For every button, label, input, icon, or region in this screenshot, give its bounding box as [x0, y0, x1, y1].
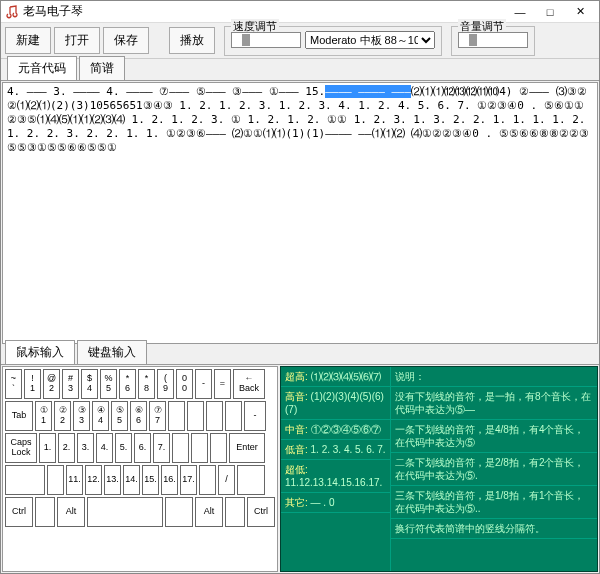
key[interactable] — [172, 433, 189, 463]
help-text: 二条下划线的音符，是2/8拍，有2个音长，在代码中表达为⑤. — [391, 453, 597, 486]
maximize-button[interactable]: □ — [535, 2, 565, 22]
key[interactable]: CapsLock — [5, 433, 37, 463]
key[interactable]: 2. — [58, 433, 75, 463]
key[interactable] — [87, 497, 163, 527]
key[interactable]: 3. — [77, 433, 94, 463]
key[interactable]: ②2 — [54, 401, 71, 431]
key[interactable] — [168, 401, 185, 431]
volume-group: 音量调节 — [451, 26, 535, 56]
key[interactable]: - — [244, 401, 266, 431]
help-text: 没有下划线的音符，是一拍，有8个音长，在代码中表达为⑤— — [391, 387, 597, 420]
key[interactable]: ④4 — [92, 401, 109, 431]
close-button[interactable]: ✕ — [565, 2, 595, 22]
key[interactable]: (9 — [157, 369, 174, 399]
key[interactable] — [165, 497, 193, 527]
key[interactable]: / — [218, 465, 235, 495]
tab-keyboard-input[interactable]: 键盘输入 — [77, 340, 147, 364]
key[interactable]: 6. — [134, 433, 151, 463]
volume-slider[interactable] — [458, 32, 528, 48]
key[interactable]: Tab — [5, 401, 33, 431]
help-row: 其它: — . 0 — [281, 493, 390, 513]
key[interactable]: Alt — [195, 497, 223, 527]
key[interactable]: 17. — [180, 465, 197, 495]
speed-group: 速度调节 Moderato 中板 88～104拍/分 — [224, 26, 442, 56]
speed-slider[interactable] — [231, 32, 301, 48]
help-panel: 超高: ⑴⑵⑶⑷⑸⑹⑺高音: (1)(2)(3)(4)(5)(6)(7)中音: … — [280, 366, 598, 572]
key[interactable]: 7. — [153, 433, 170, 463]
key[interactable]: Ctrl — [5, 497, 33, 527]
tab-mouse-input[interactable]: 鼠标输入 — [5, 340, 75, 364]
toolbar: 新建 打开 保存 播放 速度调节 Moderato 中板 88～104拍/分 音… — [1, 23, 599, 59]
key[interactable]: 12. — [85, 465, 102, 495]
key[interactable] — [47, 465, 64, 495]
editor-tabstrip: 元音代码 简谱 — [1, 59, 599, 81]
key[interactable]: *8 — [138, 369, 155, 399]
key[interactable]: 16. — [161, 465, 178, 495]
bottom-panel: ~`!1@2#3$4%5*6*8(900-=←Back Tab①1②2③3④4⑤… — [1, 365, 599, 573]
key[interactable]: = — [214, 369, 231, 399]
key[interactable] — [225, 497, 245, 527]
key[interactable] — [206, 401, 223, 431]
key[interactable]: ③3 — [73, 401, 90, 431]
window-title: 老马电子琴 — [23, 3, 505, 20]
help-text: 三条下划线的音符，是1/8拍，有1个音长，在代码中表达为⑤.. — [391, 486, 597, 519]
virtual-keyboard: ~`!1@2#3$4%5*6*8(900-=←Back Tab①1②2③3④4⑤… — [2, 366, 278, 572]
key[interactable]: ⑦7 — [149, 401, 166, 431]
key[interactable]: @2 — [43, 369, 60, 399]
editor-text: 4. ——— 3. ———— 4. ———— ⑦——— ⑤——— ③——— ①—… — [7, 85, 325, 98]
help-row: 超低: 11.12.13.14.15.16.17. — [281, 460, 390, 493]
key[interactable] — [191, 433, 208, 463]
new-button[interactable]: 新建 — [5, 27, 51, 54]
help-row: 超高: ⑴⑵⑶⑷⑸⑹⑺ — [281, 367, 390, 387]
key[interactable] — [237, 465, 265, 495]
key[interactable]: %5 — [100, 369, 117, 399]
help-text: 换行符代表简谱中的竖线分隔符。 — [391, 519, 597, 539]
key[interactable]: Alt — [57, 497, 85, 527]
tempo-select[interactable]: Moderato 中板 88～104拍/分 — [305, 31, 435, 49]
key[interactable]: ~` — [5, 369, 22, 399]
editor-text: ⑵⑴⑴⑿⒀⑿⑾⑽4) — [411, 85, 512, 98]
editor-selection: ———— ———— ——— — [325, 85, 411, 98]
key[interactable] — [5, 465, 45, 495]
key[interactable]: ⑥6 — [130, 401, 147, 431]
key[interactable]: *6 — [119, 369, 136, 399]
help-text: 一条下划线的音符，是4/8拍，有4个音长，在代码中表达为⑤ — [391, 420, 597, 453]
key[interactable]: 5. — [115, 433, 132, 463]
title-bar: 老马电子琴 — □ ✕ — [1, 1, 599, 23]
key[interactable]: 00 — [176, 369, 193, 399]
key[interactable] — [35, 497, 55, 527]
key[interactable] — [187, 401, 204, 431]
app-icon — [5, 5, 19, 19]
key[interactable]: - — [195, 369, 212, 399]
key[interactable]: !1 — [24, 369, 41, 399]
key[interactable] — [199, 465, 216, 495]
key[interactable]: $4 — [81, 369, 98, 399]
key[interactable] — [210, 433, 227, 463]
key[interactable]: ←Back — [233, 369, 265, 399]
save-button[interactable]: 保存 — [103, 27, 149, 54]
key[interactable]: 13. — [104, 465, 121, 495]
play-button[interactable]: 播放 — [169, 27, 215, 54]
minimize-button[interactable]: — — [505, 2, 535, 22]
key[interactable]: #3 — [62, 369, 79, 399]
key[interactable]: 15. — [142, 465, 159, 495]
key[interactable]: ①1 — [35, 401, 52, 431]
key[interactable] — [225, 401, 242, 431]
key[interactable]: 4. — [96, 433, 113, 463]
code-editor[interactable]: 4. ——— 3. ———— 4. ———— ⑦——— ⑤——— ③——— ①—… — [2, 82, 598, 344]
input-tabstrip: 鼠标输入 键盘输入 — [1, 345, 599, 365]
key[interactable]: 1. — [39, 433, 56, 463]
help-row: 低音: 1. 2. 3. 4. 5. 6. 7. — [281, 440, 390, 460]
open-button[interactable]: 打开 — [54, 27, 100, 54]
tab-score[interactable]: 简谱 — [79, 56, 125, 80]
help-text: 说明： — [391, 367, 597, 387]
key[interactable]: 11. — [66, 465, 83, 495]
key[interactable]: 14. — [123, 465, 140, 495]
help-row: 高音: (1)(2)(3)(4)(5)(6)(7) — [281, 387, 390, 420]
key[interactable]: Ctrl — [247, 497, 275, 527]
help-row: 中音: ①②③④⑤⑥⑦ — [281, 420, 390, 440]
tab-code[interactable]: 元音代码 — [7, 56, 77, 80]
key[interactable]: ⑤5 — [111, 401, 128, 431]
key[interactable]: Enter — [229, 433, 265, 463]
